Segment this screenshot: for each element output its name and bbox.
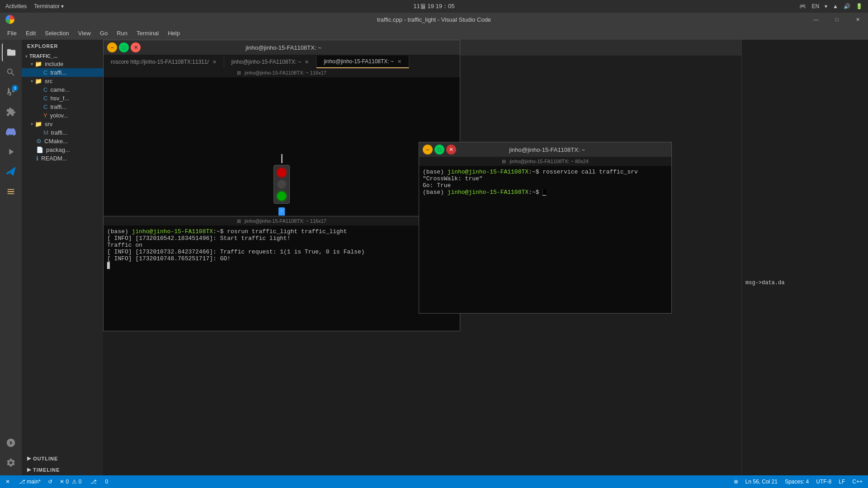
term-second-line-2: Go: True xyxy=(423,182,668,189)
activities-label[interactable]: Activities xyxy=(5,3,27,9)
terminal-tab-roscore[interactable]: roscore http://jinho-15-FA1108TX:11311/ … xyxy=(104,56,224,68)
terminal-app-icon[interactable] xyxy=(2,183,20,201)
status-branch[interactable]: ⎇ main* xyxy=(19,479,41,485)
terminal-main-btns: – □ ✕ xyxy=(107,42,141,52)
status-git-icon: ⎇ xyxy=(90,479,97,485)
menu-help[interactable]: Help xyxy=(164,28,184,38)
tree-src[interactable]: ▾ 📁 src xyxy=(22,77,103,85)
term-lower-line-5: [ INFO] [1732010748.765251717]: GO! xyxy=(107,255,456,262)
tree-traffi-srv[interactable]: ▶ M traffi... xyxy=(22,128,103,137)
tree-srv-label: srv xyxy=(45,121,52,127)
status-vscode-icon: ✕ xyxy=(5,479,10,485)
explorer-icon[interactable] xyxy=(2,43,20,61)
terminal-close-btn[interactable]: ✕ xyxy=(131,42,141,52)
terminal-tab-3-label: jinho@jinho-15-FA1108TX: ~ xyxy=(324,58,394,65)
extensions-manage-icon[interactable] xyxy=(2,434,20,452)
menu-run[interactable]: Run xyxy=(113,28,131,38)
chrome-icon xyxy=(5,15,14,24)
terminal-second-content[interactable]: (base) jinho@jinho-15-FA1108TX:~$ rosser… xyxy=(419,166,671,313)
status-position[interactable]: Ln 56, Col 21 xyxy=(745,479,778,485)
terminal-lower-content[interactable]: (base) jinho@jinho-15-FA1108TX:~$ rosrun… xyxy=(104,225,460,331)
network-icon: ▲ xyxy=(833,3,838,9)
close-button[interactable]: ✕ xyxy=(847,13,868,26)
terminal-app-label[interactable]: Terminator ▾ xyxy=(34,3,64,9)
term-second-line-3: (base) jinho@jinho-15-FA1108TX:~$ █ xyxy=(423,189,668,196)
tree-hsv[interactable]: ▶ C hsv_f... xyxy=(22,94,103,103)
tree-srv[interactable]: ▾ 📁 srv xyxy=(22,120,103,128)
tree-include[interactable]: ▾ 📁 include xyxy=(22,60,103,68)
lang-indicator[interactable]: EN xyxy=(811,3,819,9)
activity-bar-bottom xyxy=(2,434,20,475)
source-control-icon[interactable]: 3 xyxy=(2,83,20,101)
tree-readme[interactable]: ▶ ℹ READM... xyxy=(22,154,103,163)
warning-icon: ⚠ xyxy=(72,479,77,485)
status-line-ending[interactable]: LF xyxy=(839,479,845,485)
tree-readme-label: READM... xyxy=(41,155,67,162)
term-lower-line-2: [ INFO] [1732010542.183451496]: Start tr… xyxy=(107,235,456,242)
maximize-button[interactable]: □ xyxy=(826,13,847,26)
tree-traffi-cpp[interactable]: ▶ C traffi... xyxy=(22,103,103,111)
terminal-tab-roscore-close[interactable]: ✕ xyxy=(212,59,217,65)
menu-selection[interactable]: Selection xyxy=(41,28,72,38)
outline-section[interactable]: ▶ OUTLINE xyxy=(22,453,103,464)
menu-edit[interactable]: Edit xyxy=(22,28,39,38)
tree-cmake-label: CMake... xyxy=(44,138,68,145)
terminal-minimize-btn[interactable]: – xyxy=(107,42,117,52)
tree-cmake[interactable]: ▶ ⚙ CMake... xyxy=(22,137,103,145)
status-zoom[interactable]: ⊕ xyxy=(734,479,738,485)
terminal-tab-2-label: jinho@jinho-15-FA1108TX: ~ xyxy=(231,59,302,65)
tree-package-label: packag... xyxy=(46,146,70,153)
status-spaces[interactable]: Spaces: 4 xyxy=(785,479,809,485)
terminal-second-inner-titlebar: ⊞ jinho@jinho-15-FA1108TX: ~ 80x24 xyxy=(419,157,671,166)
search-icon[interactable] xyxy=(2,63,20,81)
settings-icon[interactable] xyxy=(2,454,20,472)
status-errors[interactable]: ✕ 0 ⚠ 0 xyxy=(60,479,81,485)
volume-icon: 🔊 xyxy=(844,3,850,9)
menu-view[interactable]: View xyxy=(75,28,94,38)
terminal-maximize-btn[interactable]: □ xyxy=(119,42,129,52)
source-control-badge: 3 xyxy=(12,85,18,91)
run-debug-icon[interactable] xyxy=(2,143,20,161)
right-panel: msg->data.da xyxy=(741,40,868,475)
tree-yolo[interactable]: ▶ Y yolov... xyxy=(22,111,103,120)
status-git-branch-text: 0 xyxy=(105,479,108,485)
terminal-lower: ⊞ jinho@jinho-15-FA1108TX: ~ 116x17 (bas… xyxy=(103,216,460,331)
tree-came[interactable]: ▶ C came... xyxy=(22,85,103,94)
terminal-tab-3[interactable]: jinho@jinho-15-FA1108TX: ~ ✕ xyxy=(316,56,409,68)
explorer-title: EXPLORER xyxy=(22,40,103,52)
tree-root[interactable]: ▾ TRAFFIC_... xyxy=(22,52,103,60)
menu-file[interactable]: File xyxy=(4,28,20,38)
status-language[interactable]: C++ xyxy=(852,479,863,485)
editor-area: srv.srv C traffic.cpp ✕ 25 26 27 28 29 3… xyxy=(103,40,741,475)
term-lower-line-1: (base) jinho@jinho-15-FA1108TX:~$ rosrun… xyxy=(107,228,456,235)
right-panel-code: msg->data.da xyxy=(742,40,868,290)
discord-icon: 🎮 xyxy=(799,3,806,9)
status-bar: ✕ ⎇ main* ↺ ✕ 0 ⚠ 0 ⎇ 0 ⊕ Ln 56, Col 21 … xyxy=(0,475,868,488)
menu-go[interactable]: Go xyxy=(96,28,111,38)
terminal-second-minimize[interactable]: – xyxy=(423,145,433,155)
vscode-title: traffic.cpp - traffic_light - Visual Stu… xyxy=(377,16,491,23)
term-lower-line-4: [ INFO] [1732010732.842372466]: Traffic … xyxy=(107,249,456,255)
tree-traffi-cpp-label: traffi... xyxy=(50,103,66,110)
tree-yolo-label: yolov... xyxy=(50,112,68,119)
menu-bar: File Edit Selection View Go Run Terminal… xyxy=(0,26,868,40)
vscode-icon[interactable] xyxy=(2,163,20,181)
vscode-title-bar: traffic.cpp - traffic_light - Visual Stu… xyxy=(0,13,868,26)
menu-terminal[interactable]: Terminal xyxy=(133,28,162,38)
terminal-tab-2[interactable]: jinho@jinho-15-FA1108TX: ~ ✕ xyxy=(224,56,317,68)
terminal-second-maximize[interactable]: □ xyxy=(434,145,444,155)
status-sync[interactable]: ↺ xyxy=(48,479,52,485)
activity-bar: 3 xyxy=(0,40,22,475)
terminal-split-icon: ⊞ xyxy=(237,70,241,76)
terminal-inner-title-text: jinho@jinho-15-FA1108TX: ~ 116x17 xyxy=(245,70,326,75)
tree-traffi-h[interactable]: ▶ C traffi... xyxy=(22,68,103,77)
extensions-icon-vscode[interactable] xyxy=(2,103,20,121)
terminal-second-close[interactable]: ✕ xyxy=(446,145,456,155)
status-encoding[interactable]: UTF-8 xyxy=(816,479,831,485)
timeline-section[interactable]: ▶ TIMELINE xyxy=(22,464,103,475)
minimize-button[interactable]: — xyxy=(806,13,826,26)
system-time: 11월 19 19：05 xyxy=(413,3,454,9)
terminal-main-title: jinho@jinho-15-FA1108TX: ~ xyxy=(141,44,426,51)
tree-package[interactable]: ▶ 📄 packag... xyxy=(22,145,103,154)
discord-app-icon[interactable] xyxy=(2,123,20,141)
